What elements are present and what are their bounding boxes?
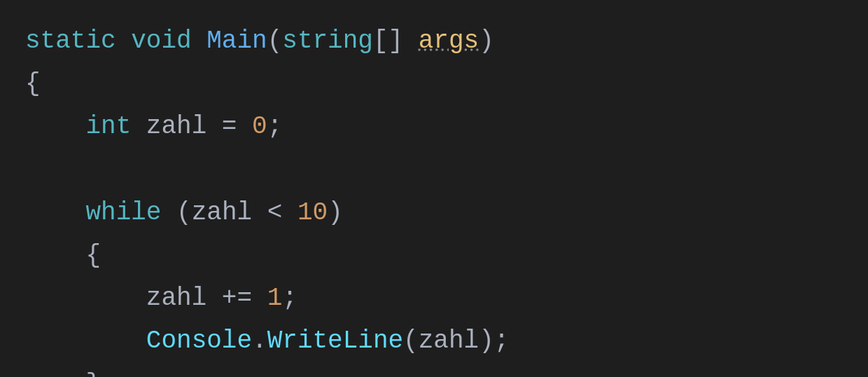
brace-open-1: { bbox=[25, 69, 41, 98]
code-editor: static void Main(string[] args) { int za… bbox=[0, 0, 868, 377]
line-1: static void Main(string[] args) { int za… bbox=[25, 27, 509, 377]
line-2: { bbox=[25, 69, 41, 98]
while-paren-open: ( bbox=[161, 198, 191, 227]
number-0: 0 bbox=[252, 112, 267, 141]
plus-assign-op: += bbox=[206, 284, 267, 313]
param-args: args bbox=[419, 27, 479, 55]
line-3: int zahl = 0; bbox=[25, 112, 282, 141]
keyword-while: while bbox=[85, 198, 161, 227]
class-console: Console bbox=[146, 327, 252, 355]
semi-2: ; bbox=[282, 284, 298, 313]
var-zahl-while: zahl bbox=[192, 198, 252, 227]
keyword-static: static bbox=[25, 27, 116, 55]
method-writeline: WriteLine bbox=[267, 327, 403, 355]
line-8: Console.WriteLine(zahl); bbox=[25, 327, 509, 355]
bracket-pair: [] bbox=[373, 27, 403, 55]
dot-op: . bbox=[252, 327, 267, 355]
method-main: Main bbox=[206, 27, 267, 55]
lt-op: < bbox=[252, 198, 298, 227]
var-zahl-increment: zahl bbox=[146, 284, 206, 313]
line-7: zahl += 1; bbox=[25, 284, 298, 313]
var-zahl-arg: zahl bbox=[419, 327, 479, 355]
code-block: static void Main(string[] args) { int za… bbox=[25, 20, 843, 377]
line-9: } bbox=[25, 370, 101, 378]
semi-1: ; bbox=[267, 112, 283, 141]
number-1: 1 bbox=[267, 284, 283, 313]
number-10: 10 bbox=[298, 198, 328, 227]
while-paren-close: ) bbox=[328, 198, 343, 227]
brace-open-2: { bbox=[85, 241, 101, 270]
line-5: while (zahl < 10) bbox=[25, 198, 343, 227]
call-paren-open: ( bbox=[403, 327, 419, 355]
type-string: string bbox=[282, 27, 373, 55]
line-6: { bbox=[25, 241, 101, 270]
brace-close-2: } bbox=[85, 370, 101, 378]
var-zahl-decl: zahl bbox=[146, 112, 206, 141]
paren-close: ) bbox=[479, 27, 494, 55]
assign-op: = bbox=[206, 112, 252, 141]
paren-open: ( bbox=[267, 27, 283, 55]
call-paren-close-semi: ); bbox=[479, 327, 509, 355]
keyword-int: int bbox=[85, 112, 131, 141]
keyword-void: void bbox=[131, 27, 191, 55]
